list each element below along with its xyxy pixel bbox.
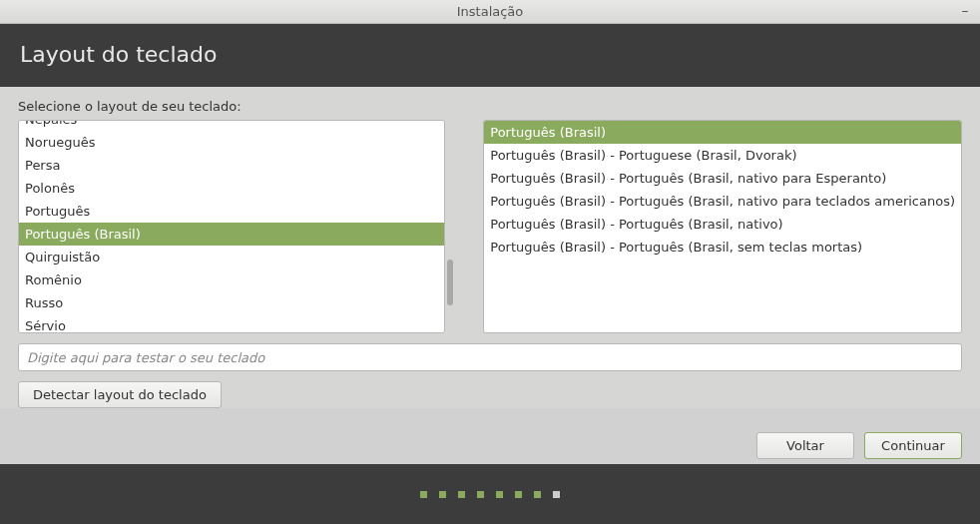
layout-item[interactable]: Polonês xyxy=(19,177,444,200)
back-button[interactable]: Voltar xyxy=(756,432,854,459)
progress-dot xyxy=(477,491,484,498)
layout-lists-row: NepalêsNorueguêsPersaPolonêsPortuguêsPor… xyxy=(18,120,962,333)
layout-scrollbar-thumb[interactable] xyxy=(447,260,453,305)
variant-item[interactable]: Português (Brasil) xyxy=(484,121,961,144)
layout-item[interactable]: Nepalês xyxy=(19,120,444,131)
progress-footer xyxy=(0,464,980,524)
progress-dot xyxy=(420,491,427,498)
layout-list-wrapper: NepalêsNorueguêsPersaPolonêsPortuguêsPor… xyxy=(18,120,455,333)
variant-listbox[interactable]: Português (Brasil)Português (Brasil) - P… xyxy=(483,120,962,333)
continue-button[interactable]: Continuar xyxy=(864,432,962,459)
layout-listbox[interactable]: NepalêsNorueguêsPersaPolonêsPortuguêsPor… xyxy=(18,120,445,333)
progress-dot xyxy=(553,491,560,498)
instruction-label: Selecione o layout de seu teclado: xyxy=(18,99,962,114)
progress-dot xyxy=(439,491,446,498)
window-titlebar: Instalação – xyxy=(0,0,980,24)
window-title: Instalação xyxy=(457,4,524,19)
variant-item[interactable]: Português (Brasil) - Portuguese (Brasil,… xyxy=(484,144,961,167)
layout-scrollbar[interactable] xyxy=(445,120,455,333)
variant-list-wrapper: Português (Brasil)Português (Brasil) - P… xyxy=(483,120,962,333)
detect-layout-button[interactable]: Detectar layout do teclado xyxy=(18,381,222,408)
keyboard-test-input[interactable] xyxy=(18,343,962,371)
progress-dot xyxy=(515,491,522,498)
variant-item[interactable]: Português (Brasil) - Português (Brasil, … xyxy=(484,236,961,259)
variant-item[interactable]: Português (Brasil) - Português (Brasil, … xyxy=(484,213,961,236)
variant-item[interactable]: Português (Brasil) - Português (Brasil, … xyxy=(484,190,961,213)
layout-item[interactable]: Persa xyxy=(19,154,444,177)
layout-item[interactable]: Português xyxy=(19,200,444,223)
layout-item[interactable]: Português (Brasil) xyxy=(19,223,444,246)
layout-item[interactable]: Romênio xyxy=(19,268,444,291)
layout-item[interactable]: Russo xyxy=(19,291,444,314)
progress-dot xyxy=(534,491,541,498)
layout-item[interactable]: Quirguistão xyxy=(19,246,444,268)
progress-dot xyxy=(458,491,465,498)
page-header: Layout do teclado xyxy=(0,24,980,87)
page-title: Layout do teclado xyxy=(20,42,217,67)
minimize-icon[interactable]: – xyxy=(958,4,972,18)
progress-dot xyxy=(496,491,503,498)
variant-item[interactable]: Português (Brasil) - Português (Brasil, … xyxy=(484,167,961,190)
layout-item[interactable]: Sérvio xyxy=(19,314,444,333)
layout-item[interactable]: Norueguês xyxy=(19,131,444,154)
detect-row: Detectar layout do teclado xyxy=(18,381,962,408)
content-area: Selecione o layout de seu teclado: Nepal… xyxy=(0,87,980,408)
